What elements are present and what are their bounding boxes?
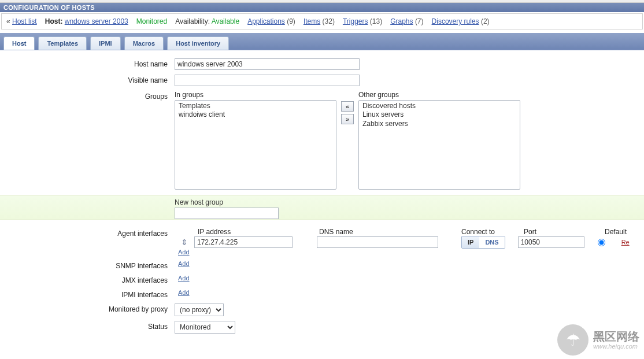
proxy-label: Monitored by proxy	[0, 304, 175, 313]
jmx-interfaces-label: JMX interfaces	[0, 275, 175, 284]
connect-to-toggle[interactable]: IP DNS	[461, 236, 505, 249]
connect-ip-option[interactable]: IP	[462, 236, 479, 248]
connect-dns-option[interactable]: DNS	[479, 236, 504, 248]
monitored-status: Monitored	[136, 17, 167, 25]
list-item[interactable]: Templates	[177, 102, 334, 110]
move-left-button[interactable]: «	[341, 101, 354, 112]
list-item[interactable]: Discovered hosts	[361, 102, 517, 110]
groups-label: Groups	[0, 91, 175, 101]
agent-port-input[interactable]	[518, 236, 584, 248]
proxy-select[interactable]: (no proxy)	[175, 304, 224, 316]
snmp-add-link[interactable]: Add	[178, 260, 190, 267]
applications-link[interactable]: Applications	[247, 17, 285, 25]
col-dns: DNS name	[319, 228, 461, 236]
applications-count: (9)	[287, 17, 295, 25]
availability-label: Availability:	[175, 17, 210, 25]
col-ip: IP address	[198, 228, 319, 236]
host-label: Host:	[45, 17, 63, 25]
tab-host-inventory[interactable]: Host inventory	[167, 36, 229, 50]
discovery-count: (2)	[481, 17, 490, 25]
page-title: CONFIGURATION OF HOSTS	[0, 3, 644, 12]
agent-default-radio[interactable]	[598, 239, 605, 246]
ipmi-add-link[interactable]: Add	[178, 289, 190, 296]
agent-dns-input[interactable]	[317, 236, 438, 248]
col-connect: Connect to	[461, 228, 524, 236]
agent-add-link[interactable]: Add	[178, 249, 190, 256]
drag-handle-icon[interactable]: ⇕	[175, 238, 194, 247]
agent-ip-input[interactable]	[194, 236, 293, 248]
graphs-count: (7)	[415, 17, 424, 25]
tab-macros[interactable]: Macros	[124, 36, 164, 50]
ipmi-interfaces-label: IPMI interfaces	[0, 289, 175, 299]
tab-host[interactable]: Host	[3, 36, 35, 50]
host-name-link[interactable]: wndows server 2003	[65, 17, 128, 25]
agent-interfaces-label: Agent interfaces	[0, 228, 175, 238]
tab-templates[interactable]: Templates	[38, 36, 87, 50]
host-summary-bar: « Host list Host: wndows server 2003 Mon…	[1, 13, 643, 29]
visiblename-label: Visible name	[0, 75, 175, 84]
jmx-add-link[interactable]: Add	[178, 275, 190, 282]
hostlist-link[interactable]: Host list	[12, 17, 37, 25]
visiblename-input[interactable]	[175, 75, 360, 86]
other-groups-label: Other groups	[358, 91, 520, 99]
status-label: Status	[0, 321, 175, 331]
host-form: Host name Visible name Groups In groups …	[0, 56, 644, 336]
agent-remove-link[interactable]: Re	[618, 239, 630, 246]
discovery-link[interactable]: Discovery rules	[432, 17, 479, 25]
triggers-count: (13)	[370, 17, 382, 25]
hostname-label: Host name	[0, 58, 175, 68]
other-groups-select[interactable]: Discovered hostsLinux serversZabbix serv…	[358, 100, 520, 190]
col-default: Default	[605, 228, 639, 236]
hostname-input[interactable]	[175, 58, 360, 70]
in-groups-select[interactable]: Templateswindoiws client	[175, 100, 336, 190]
back-symbol: «	[6, 17, 10, 25]
in-groups-label: In groups	[175, 91, 336, 99]
graphs-link[interactable]: Graphs	[390, 17, 413, 25]
status-select[interactable]: Monitored	[175, 321, 235, 334]
list-item[interactable]: Linux servers	[361, 110, 517, 119]
items-link[interactable]: Items	[304, 17, 320, 25]
newgroup-input[interactable]	[175, 208, 279, 219]
list-item[interactable]: windoiws client	[177, 110, 334, 119]
tab-ipmi[interactable]: IPMI	[90, 36, 121, 50]
triggers-link[interactable]: Triggers	[343, 17, 368, 25]
items-count: (32)	[323, 17, 335, 25]
newgroup-label: New host group	[175, 198, 644, 206]
snmp-interfaces-label: SNMP interfaces	[0, 260, 175, 270]
availability-value: Available	[212, 17, 239, 25]
move-right-button[interactable]: »	[341, 114, 354, 124]
list-item[interactable]: Zabbix servers	[361, 120, 517, 128]
col-port: Port	[524, 228, 605, 236]
tabs-bar: Host Templates IPMI Macros Host inventor…	[0, 33, 644, 50]
